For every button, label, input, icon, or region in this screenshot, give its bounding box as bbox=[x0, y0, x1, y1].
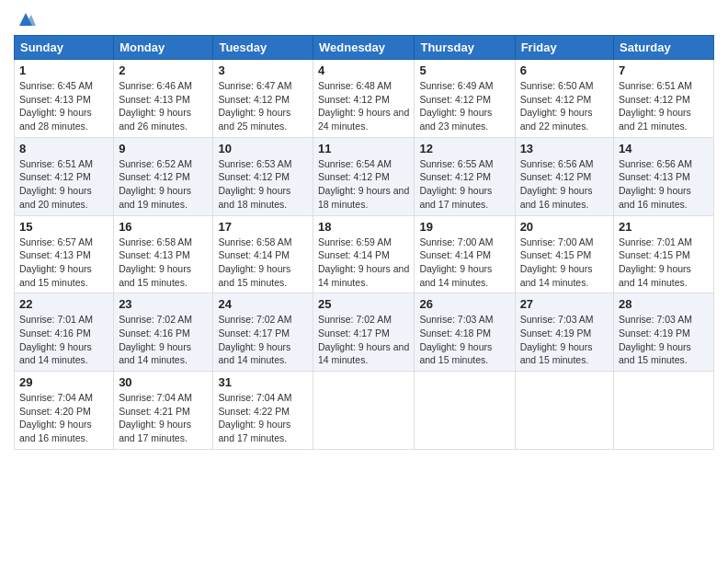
day-of-week-header: Tuesday bbox=[213, 36, 313, 60]
sunset-label: Sunset: 4:12 PM bbox=[419, 94, 491, 105]
day-number: 9 bbox=[119, 142, 208, 155]
daylight-label: Daylight: 9 hours and 17 minutes. bbox=[419, 185, 492, 210]
daylight-label: Daylight: 9 hours and 26 minutes. bbox=[119, 107, 191, 132]
day-number: 21 bbox=[619, 220, 709, 234]
daylight-label: Daylight: 9 hours and 15 minutes. bbox=[218, 263, 290, 288]
daylight-label: Daylight: 9 hours and 14 minutes. bbox=[19, 341, 92, 366]
calendar-cell: 11 Sunrise: 6:54 AM Sunset: 4:12 PM Dayl… bbox=[313, 137, 415, 215]
sunset-label: Sunset: 4:14 PM bbox=[419, 249, 491, 260]
calendar-cell: 17 Sunrise: 6:58 AM Sunset: 4:14 PM Dayl… bbox=[213, 215, 313, 293]
day-number: 15 bbox=[19, 220, 108, 234]
calendar-week-row: 22 Sunrise: 7:01 AM Sunset: 4:16 PM Dayl… bbox=[15, 293, 714, 372]
daylight-label: Daylight: 9 hours and 21 minutes. bbox=[619, 107, 691, 132]
day-info: Sunrise: 6:57 AM Sunset: 4:13 PM Dayligh… bbox=[19, 236, 108, 290]
day-info: Sunrise: 6:56 AM Sunset: 4:13 PM Dayligh… bbox=[619, 157, 709, 212]
sunrise-label: Sunrise: 7:03 AM bbox=[619, 314, 692, 325]
calendar-cell: 23 Sunrise: 7:02 AM Sunset: 4:16 PM Dayl… bbox=[114, 293, 213, 372]
day-info: Sunrise: 7:02 AM Sunset: 4:17 PM Dayligh… bbox=[218, 313, 308, 367]
day-number: 14 bbox=[619, 142, 709, 155]
sunset-label: Sunset: 4:13 PM bbox=[119, 249, 190, 260]
day-number: 8 bbox=[19, 142, 108, 155]
day-info: Sunrise: 7:02 AM Sunset: 4:17 PM Dayligh… bbox=[318, 313, 409, 367]
sunset-label: Sunset: 4:16 PM bbox=[119, 327, 190, 339]
day-info: Sunrise: 7:00 AM Sunset: 4:14 PM Dayligh… bbox=[419, 236, 509, 290]
calendar-cell: 19 Sunrise: 7:00 AM Sunset: 4:14 PM Dayl… bbox=[415, 215, 515, 293]
day-info: Sunrise: 6:45 AM Sunset: 4:13 PM Dayligh… bbox=[19, 79, 108, 133]
calendar-cell: 21 Sunrise: 7:01 AM Sunset: 4:15 PM Dayl… bbox=[614, 215, 714, 293]
daylight-label: Daylight: 9 hours and 16 minutes. bbox=[19, 419, 92, 443]
calendar-cell: 1 Sunrise: 6:45 AM Sunset: 4:13 PM Dayli… bbox=[15, 60, 114, 138]
sunset-label: Sunset: 4:21 PM bbox=[119, 406, 190, 417]
day-of-week-header: Saturday bbox=[614, 36, 714, 60]
sunset-label: Sunset: 4:12 PM bbox=[520, 171, 592, 182]
day-info: Sunrise: 6:51 AM Sunset: 4:12 PM Dayligh… bbox=[19, 157, 108, 212]
daylight-label: Daylight: 9 hours and 16 minutes. bbox=[619, 185, 691, 210]
sunrise-label: Sunrise: 7:01 AM bbox=[19, 314, 93, 325]
calendar-cell bbox=[614, 372, 714, 450]
daylight-label: Daylight: 9 hours and 14 minutes. bbox=[619, 263, 691, 288]
day-info: Sunrise: 6:49 AM Sunset: 4:12 PM Dayligh… bbox=[419, 79, 509, 133]
day-number: 4 bbox=[318, 63, 409, 77]
day-number: 16 bbox=[119, 220, 208, 234]
daylight-label: Daylight: 9 hours and 18 minutes. bbox=[218, 185, 290, 210]
sunrise-label: Sunrise: 6:56 AM bbox=[520, 158, 594, 169]
sunrise-label: Sunrise: 7:02 AM bbox=[218, 314, 291, 325]
day-info: Sunrise: 7:03 AM Sunset: 4:19 PM Dayligh… bbox=[619, 313, 709, 367]
day-info: Sunrise: 6:51 AM Sunset: 4:12 PM Dayligh… bbox=[619, 79, 709, 133]
sunset-label: Sunset: 4:12 PM bbox=[520, 94, 592, 105]
daylight-label: Daylight: 9 hours and 15 minutes. bbox=[419, 341, 492, 366]
day-of-week-header: Friday bbox=[515, 36, 613, 60]
calendar-cell: 18 Sunrise: 6:59 AM Sunset: 4:14 PM Dayl… bbox=[313, 215, 415, 293]
sunset-label: Sunset: 4:13 PM bbox=[19, 249, 91, 260]
header bbox=[14, 9, 714, 29]
calendar-cell: 25 Sunrise: 7:02 AM Sunset: 4:17 PM Dayl… bbox=[313, 293, 415, 372]
sunset-label: Sunset: 4:15 PM bbox=[520, 249, 592, 260]
day-info: Sunrise: 7:04 AM Sunset: 4:20 PM Dayligh… bbox=[19, 391, 108, 445]
sunrise-label: Sunrise: 6:56 AM bbox=[619, 158, 692, 169]
sunrise-label: Sunrise: 6:45 AM bbox=[19, 80, 93, 91]
day-info: Sunrise: 7:02 AM Sunset: 4:16 PM Dayligh… bbox=[119, 313, 208, 367]
sunrise-label: Sunrise: 6:51 AM bbox=[19, 158, 93, 169]
sunrise-label: Sunrise: 6:49 AM bbox=[419, 80, 493, 91]
day-number: 13 bbox=[520, 142, 609, 155]
day-info: Sunrise: 7:04 AM Sunset: 4:22 PM Dayligh… bbox=[218, 391, 308, 445]
sunrise-label: Sunrise: 7:04 AM bbox=[19, 392, 93, 403]
daylight-label: Daylight: 9 hours and 25 minutes. bbox=[218, 107, 290, 132]
sunrise-label: Sunrise: 6:58 AM bbox=[218, 236, 291, 247]
day-info: Sunrise: 6:59 AM Sunset: 4:14 PM Dayligh… bbox=[318, 236, 409, 290]
day-number: 18 bbox=[318, 220, 409, 234]
calendar-cell: 20 Sunrise: 7:00 AM Sunset: 4:15 PM Dayl… bbox=[515, 215, 613, 293]
daylight-label: Daylight: 9 hours and 14 minutes. bbox=[318, 263, 409, 288]
logo bbox=[14, 9, 36, 29]
day-of-week-header: Thursday bbox=[415, 36, 515, 60]
sunset-label: Sunset: 4:19 PM bbox=[520, 327, 592, 339]
page-container: SundayMondayTuesdayWednesdayThursdayFrid… bbox=[0, 0, 728, 459]
calendar-cell: 13 Sunrise: 6:56 AM Sunset: 4:12 PM Dayl… bbox=[515, 137, 613, 215]
calendar-cell: 3 Sunrise: 6:47 AM Sunset: 4:12 PM Dayli… bbox=[213, 60, 313, 138]
sunrise-label: Sunrise: 6:53 AM bbox=[218, 158, 291, 169]
sunset-label: Sunset: 4:18 PM bbox=[419, 327, 491, 339]
day-info: Sunrise: 6:52 AM Sunset: 4:12 PM Dayligh… bbox=[119, 157, 208, 212]
sunrise-label: Sunrise: 7:02 AM bbox=[318, 314, 392, 325]
sunset-label: Sunset: 4:12 PM bbox=[218, 171, 290, 182]
sunrise-label: Sunrise: 7:04 AM bbox=[119, 392, 192, 403]
daylight-label: Daylight: 9 hours and 15 minutes. bbox=[619, 341, 691, 366]
calendar-week-row: 29 Sunrise: 7:04 AM Sunset: 4:20 PM Dayl… bbox=[15, 372, 714, 450]
day-number: 22 bbox=[19, 297, 108, 311]
sunset-label: Sunset: 4:12 PM bbox=[419, 171, 491, 182]
daylight-label: Daylight: 9 hours and 14 minutes. bbox=[119, 341, 191, 366]
sunset-label: Sunset: 4:13 PM bbox=[19, 94, 91, 105]
daylight-label: Daylight: 9 hours and 19 minutes. bbox=[119, 185, 191, 210]
daylight-label: Daylight: 9 hours and 14 minutes. bbox=[520, 263, 593, 288]
daylight-label: Daylight: 9 hours and 23 minutes. bbox=[419, 107, 492, 132]
calendar-cell: 8 Sunrise: 6:51 AM Sunset: 4:12 PM Dayli… bbox=[15, 137, 114, 215]
day-number: 11 bbox=[318, 142, 409, 155]
day-number: 7 bbox=[619, 63, 709, 77]
daylight-label: Daylight: 9 hours and 22 minutes. bbox=[520, 107, 593, 132]
daylight-label: Daylight: 9 hours and 20 minutes. bbox=[19, 185, 92, 210]
calendar-cell: 16 Sunrise: 6:58 AM Sunset: 4:13 PM Dayl… bbox=[114, 215, 213, 293]
sunset-label: Sunset: 4:14 PM bbox=[318, 249, 390, 260]
sunset-label: Sunset: 4:17 PM bbox=[318, 327, 390, 339]
calendar-cell: 22 Sunrise: 7:01 AM Sunset: 4:16 PM Dayl… bbox=[15, 293, 114, 372]
calendar-cell bbox=[415, 372, 515, 450]
